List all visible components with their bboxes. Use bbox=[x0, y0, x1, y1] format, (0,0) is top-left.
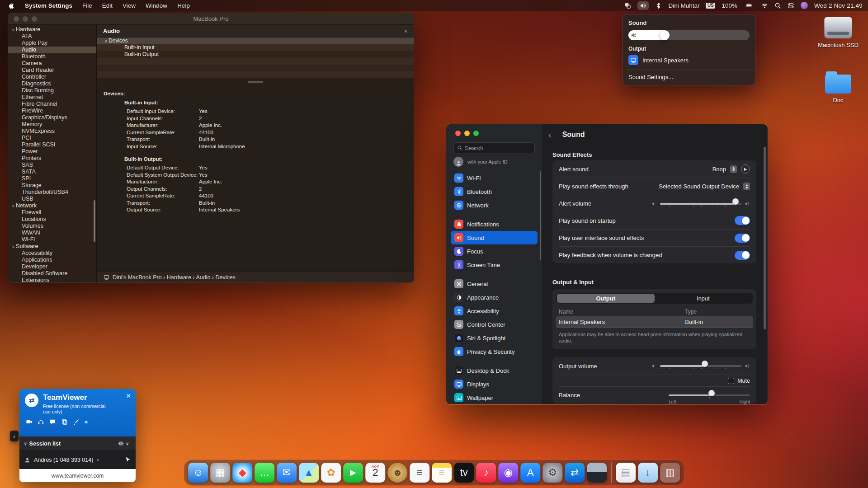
more-tools-icon[interactable]: » bbox=[85, 419, 88, 425]
alert-sound-stepper[interactable] bbox=[730, 165, 737, 173]
tree-row[interactable]: Built-in Output bbox=[97, 51, 414, 58]
alert-volume-slider[interactable] bbox=[651, 201, 750, 207]
apple-menu-icon[interactable] bbox=[8, 2, 15, 9]
user-avatar[interactable] bbox=[801, 2, 808, 9]
sidebar-item[interactable]: Software bbox=[8, 243, 96, 250]
sidebar-scrollbar[interactable] bbox=[94, 200, 95, 242]
wifi-menu-icon[interactable] bbox=[761, 2, 768, 9]
system-settings-icon[interactable]: ⚙ bbox=[542, 463, 562, 483]
sidebar-item[interactable]: FireWire bbox=[8, 108, 96, 114]
file-transfer-icon[interactable] bbox=[61, 418, 68, 425]
sidebar-item[interactable]: Storage bbox=[8, 182, 96, 189]
sidebar-item[interactable]: Extensions bbox=[8, 277, 96, 283]
sidebar-item[interactable]: Apple Pay bbox=[8, 40, 96, 47]
output-device-row[interactable]: Internal SpeakersBuilt-in bbox=[556, 316, 753, 328]
settings-sidebar-item[interactable]: Siri & Spotlight bbox=[451, 331, 538, 345]
mute-checkbox[interactable] bbox=[728, 378, 734, 384]
system-information-titlebar[interactable]: MacBook Pro bbox=[8, 13, 414, 25]
menubar-menu-item[interactable]: View bbox=[123, 2, 136, 9]
sidebar-item[interactable]: Graphics/Displays bbox=[8, 114, 96, 121]
sidebar-scrollbar[interactable] bbox=[540, 171, 541, 260]
sidebar-item[interactable]: Accessibility bbox=[8, 250, 96, 257]
output-device-row[interactable]: Internal Speakers bbox=[628, 55, 750, 65]
doc-folder-desktop-icon[interactable]: Doc bbox=[811, 70, 865, 103]
messages-icon[interactable]: … bbox=[255, 463, 274, 483]
sidebar-item[interactable]: Camera bbox=[8, 60, 96, 67]
window-scrollbar[interactable] bbox=[764, 147, 766, 329]
remote-control-cursor-icon[interactable] bbox=[125, 456, 131, 464]
trash-icon[interactable]: ▥ bbox=[660, 463, 680, 483]
sidebar-item[interactable]: Power bbox=[8, 148, 96, 155]
sidebar-item[interactable]: Diagnostics bbox=[8, 80, 96, 87]
menubar-menu-item[interactable]: Window bbox=[146, 2, 167, 9]
spotlight-search-icon[interactable] bbox=[774, 2, 781, 9]
settings-sidebar-item[interactable]: Wallpaper bbox=[451, 391, 538, 404]
minimize-button[interactable] bbox=[464, 131, 470, 136]
sound-settings-link[interactable]: Sound Settings... bbox=[628, 74, 750, 80]
menubar-menu-item[interactable]: Edit bbox=[102, 2, 113, 9]
pane-splitter[interactable] bbox=[97, 78, 414, 86]
tab[interactable]: Output bbox=[557, 294, 655, 303]
sidebar-item[interactable]: Volumes bbox=[8, 223, 96, 230]
control-center-icon[interactable] bbox=[788, 2, 794, 9]
appstore-icon[interactable]: A bbox=[520, 463, 540, 483]
session-list-row[interactable]: ∨ Session list ∨ bbox=[19, 436, 136, 451]
settings-sidebar-item[interactable]: Network bbox=[451, 198, 538, 212]
mail-icon[interactable]: ✉ bbox=[277, 463, 297, 483]
settings-sidebar-item[interactable]: Control Center bbox=[451, 318, 538, 331]
contacts-icon[interactable]: ☻ bbox=[387, 463, 407, 483]
slider-knob[interactable] bbox=[702, 361, 708, 367]
settings-sidebar-item[interactable]: Screen Time bbox=[451, 258, 538, 272]
menubar-app-name[interactable]: System Settings bbox=[25, 2, 72, 9]
sidebar-item[interactable]: Developer bbox=[8, 263, 96, 270]
battery-icon[interactable] bbox=[744, 2, 755, 9]
settings-sidebar-item[interactable]: Desktop & Dock bbox=[451, 364, 538, 377]
music-icon[interactable]: ♪ bbox=[476, 463, 496, 483]
whiteboard-icon[interactable] bbox=[73, 418, 80, 425]
zoom-button[interactable] bbox=[473, 131, 479, 136]
toggle-switch[interactable] bbox=[735, 234, 750, 243]
settings-sidebar-item[interactable]: Bluetooth bbox=[451, 185, 538, 198]
slider-knob[interactable] bbox=[708, 390, 715, 396]
sidebar-item[interactable]: SPI bbox=[8, 175, 96, 182]
dock-divider[interactable] bbox=[611, 462, 612, 483]
menubar-clock[interactable]: Wed 2 Nov 21.49 bbox=[814, 2, 863, 9]
macintosh-ssd-desktop-icon[interactable]: Macintosh SSD bbox=[811, 17, 865, 48]
facetime-icon[interactable]: ► bbox=[343, 463, 363, 483]
chat-icon[interactable] bbox=[49, 418, 56, 425]
notes-icon[interactable]: ≡ bbox=[432, 463, 452, 483]
downloads-folder-icon[interactable]: ↓ bbox=[638, 463, 658, 483]
settings-sidebar-item[interactable]: Notifications bbox=[451, 217, 538, 231]
close-icon[interactable]: ✕ bbox=[126, 392, 131, 399]
settings-sidebar-item[interactable]: Appearance bbox=[451, 291, 538, 304]
sidebar-item[interactable]: USB bbox=[8, 196, 96, 202]
maps-icon[interactable]: ▲ bbox=[299, 463, 319, 483]
sidebar-item[interactable]: Hardware bbox=[8, 26, 96, 33]
appletv-icon[interactable]: tv bbox=[454, 463, 474, 483]
tree-row[interactable]: Devices bbox=[97, 38, 414, 44]
teamviewer-icon[interactable]: ⇄ bbox=[565, 463, 585, 483]
session-user-row[interactable]: Andres (1 048 393 014) ∨ bbox=[19, 451, 136, 469]
sidebar-item[interactable]: Applications bbox=[8, 257, 96, 263]
back-chevron-icon[interactable]: ‹ bbox=[548, 130, 552, 139]
alert-sound-preview-button[interactable]: ▶ bbox=[741, 164, 750, 174]
search-input[interactable] bbox=[465, 145, 531, 151]
sidebar-item[interactable]: Disabled Software bbox=[8, 270, 96, 277]
sidebar-item[interactable]: Controller bbox=[8, 74, 96, 80]
settings-sidebar-item[interactable]: General bbox=[451, 277, 538, 291]
sidebar-item[interactable]: PCI bbox=[8, 135, 96, 141]
sidebar-item[interactable]: Thunderbolt/USB4 bbox=[8, 189, 96, 196]
toggle-switch[interactable] bbox=[735, 216, 750, 225]
document-icon[interactable]: ▤ bbox=[616, 463, 636, 483]
tree-row[interactable] bbox=[97, 65, 414, 71]
tab[interactable]: Input bbox=[655, 294, 752, 303]
sidebar-item[interactable]: Memory bbox=[8, 121, 96, 128]
launchpad-icon[interactable]: ▦ bbox=[210, 463, 230, 483]
utility-app-icon[interactable] bbox=[587, 463, 607, 483]
keyboard-layout-badge[interactable]: US bbox=[706, 3, 715, 9]
video-call-icon[interactable] bbox=[26, 418, 33, 425]
sidebar-item[interactable]: Parallel SCSI bbox=[8, 141, 96, 148]
balance-slider[interactable]: Left Right bbox=[669, 392, 750, 399]
safari-icon[interactable]: ◆ bbox=[232, 463, 252, 483]
tree-row[interactable] bbox=[97, 58, 414, 65]
